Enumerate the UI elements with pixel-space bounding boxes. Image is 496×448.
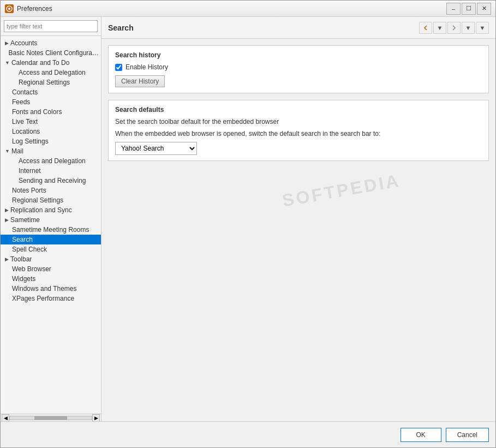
sidebar-item-label-feeds: Feeds xyxy=(12,98,30,106)
sidebar-item-label-windows-themes: Windows and Themes xyxy=(12,285,77,292)
scroll-left-arrow[interactable]: ◀ xyxy=(2,414,9,422)
sidebar-tree: ▶AccountsBasic Notes Client Configura…▼C… xyxy=(1,36,101,414)
sidebar-item-label-regional-settings: Regional Settings xyxy=(12,196,63,204)
search-desc-text: Set the search toolbar default for the e… xyxy=(115,118,482,126)
sidebar-item-search[interactable]: Search xyxy=(1,235,101,244)
title-bar-left: Preferences xyxy=(5,4,52,13)
sidebar-item-mail[interactable]: ▼Mail xyxy=(1,146,101,156)
maximize-button[interactable]: ☐ xyxy=(462,3,476,15)
sidebar-item-label-accounts: Accounts xyxy=(10,39,37,47)
main-content: ▶AccountsBasic Notes Client Configura…▼C… xyxy=(1,17,495,421)
expand-arrow-toolbar: ▶ xyxy=(5,256,9,262)
panel-header: Search ▼ ▼ ▼ xyxy=(101,17,495,39)
scroll-track xyxy=(9,416,92,420)
sidebar-item-label-spell-check: Spell Check xyxy=(12,246,47,253)
sidebar-item-feeds[interactable]: Feeds xyxy=(1,97,101,107)
sidebar: ▶AccountsBasic Notes Client Configura…▼C… xyxy=(1,17,101,421)
sidebar-item-windows-themes[interactable]: Windows and Themes xyxy=(1,284,101,294)
window-controls: – ☐ ✕ xyxy=(446,3,491,15)
sidebar-item-label-mail: Mail xyxy=(11,147,23,155)
sidebar-filter-area xyxy=(1,17,101,36)
sidebar-item-fonts-colors[interactable]: Fonts and Colors xyxy=(1,107,101,117)
sidebar-item-web-browser[interactable]: Web Browser xyxy=(1,264,101,274)
close-button[interactable]: ✕ xyxy=(477,3,491,15)
sidebar-item-regional-settings[interactable]: Regional Settings xyxy=(1,195,101,205)
sidebar-item-label-sametime-meeting: Sametime Meeting Rooms xyxy=(12,226,89,234)
sidebar-item-label-sametime: Sametime xyxy=(10,216,40,224)
app-icon xyxy=(5,4,14,13)
panel-body: SOFTPEDIA Search history Enable History … xyxy=(101,39,495,421)
sidebar-item-label-internet: Internet xyxy=(19,167,41,175)
panel-toolbar: ▼ ▼ ▼ xyxy=(419,22,489,34)
sidebar-item-accounts[interactable]: ▶Accounts xyxy=(1,38,101,48)
window-title: Preferences xyxy=(17,5,52,13)
sidebar-item-contacts[interactable]: Contacts xyxy=(1,87,101,97)
sidebar-item-label-calendar: Calendar and To Do xyxy=(11,59,70,67)
search-when-text: When the embedded web browser is opened,… xyxy=(115,130,482,138)
sidebar-item-label-xpages: XPages Performance xyxy=(12,295,74,302)
sidebar-item-log-settings[interactable]: Log Settings xyxy=(1,136,101,146)
sidebar-item-xpages[interactable]: XPages Performance xyxy=(1,294,101,303)
sidebar-item-replication-sync[interactable]: ▶Replication and Sync xyxy=(1,205,101,215)
sidebar-item-label-mail-access: Access and Delegation xyxy=(19,157,86,165)
search-engine-dropdown[interactable]: Yahoo! SearchGoogleBingAskDuckDuckGo xyxy=(115,142,197,155)
right-panel: Search ▼ ▼ ▼ SOFTPEDIA xyxy=(101,17,495,421)
sidebar-item-label-widgets: Widgets xyxy=(12,275,35,283)
watermark: SOFTPEDIA xyxy=(280,170,402,211)
minimize-button[interactable]: – xyxy=(446,3,461,15)
sidebar-item-basic-notes[interactable]: Basic Notes Client Configura… xyxy=(1,48,101,58)
sidebar-item-label-fonts-colors: Fonts and Colors xyxy=(12,108,62,116)
svg-point-1 xyxy=(8,8,10,10)
dropdown-button-1[interactable]: ▼ xyxy=(433,22,446,34)
bottom-bar: OK Cancel xyxy=(1,421,495,447)
sidebar-item-calendar[interactable]: ▼Calendar and To Do xyxy=(1,58,101,68)
sidebar-item-live-text[interactable]: Live Text xyxy=(1,117,101,127)
sidebar-item-toolbar[interactable]: ▶Toolbar xyxy=(1,254,101,264)
sidebar-item-locations[interactable]: Locations xyxy=(1,127,101,136)
sidebar-item-label-notes-ports: Notes Ports xyxy=(12,187,46,194)
sidebar-item-label-search: Search xyxy=(12,236,33,243)
enable-history-label: Enable History xyxy=(126,63,168,71)
sidebar-item-notes-ports[interactable]: Notes Ports xyxy=(1,186,101,195)
preferences-window: Preferences – ☐ ✕ ▶AccountsBasic Notes C… xyxy=(0,0,496,448)
enable-history-checkbox[interactable] xyxy=(115,64,122,71)
sidebar-item-internet[interactable]: Internet xyxy=(1,166,101,176)
sidebar-item-label-basic-notes: Basic Notes Client Configura… xyxy=(9,49,99,57)
sidebar-scrollbar[interactable]: ◀ ▶ xyxy=(1,414,101,421)
sidebar-item-spell-check[interactable]: Spell Check xyxy=(1,244,101,254)
search-engine-dropdown-container: Yahoo! SearchGoogleBingAskDuckDuckGo xyxy=(115,142,482,155)
dropdown-button-3[interactable]: ▼ xyxy=(476,22,489,34)
search-defaults-title: Search defaults xyxy=(115,106,482,114)
sidebar-item-label-sending-receiving: Sending and Receiving xyxy=(19,177,86,184)
expand-arrow-accounts: ▶ xyxy=(5,40,9,46)
expand-arrow-replication-sync: ▶ xyxy=(5,207,9,213)
enable-history-row: Enable History xyxy=(115,63,482,71)
sidebar-item-sending-receiving[interactable]: Sending and Receiving xyxy=(1,176,101,186)
dropdown-button-2[interactable]: ▼ xyxy=(462,22,475,34)
expand-arrow-calendar: ▼ xyxy=(5,60,10,65)
sidebar-item-sametime[interactable]: ▶Sametime xyxy=(1,215,101,225)
sidebar-item-widgets[interactable]: Widgets xyxy=(1,274,101,284)
ok-button[interactable]: OK xyxy=(401,428,441,442)
sidebar-item-regional-settings-cal[interactable]: Regional Settings xyxy=(1,77,101,87)
filter-input[interactable] xyxy=(4,20,98,32)
panel-title: Search xyxy=(108,23,134,32)
title-bar: Preferences – ☐ ✕ xyxy=(1,1,495,17)
cancel-button[interactable]: Cancel xyxy=(446,428,489,442)
sidebar-item-label-regional-settings-cal: Regional Settings xyxy=(19,79,70,86)
sidebar-item-mail-access[interactable]: Access and Delegation xyxy=(1,156,101,166)
back-button[interactable] xyxy=(419,22,432,34)
sidebar-item-label-access-delegation: Access and Delegation xyxy=(19,69,86,76)
scroll-right-arrow[interactable]: ▶ xyxy=(92,414,100,422)
expand-arrow-mail: ▼ xyxy=(5,148,10,154)
scroll-thumb xyxy=(34,416,67,420)
forward-button[interactable] xyxy=(447,22,461,34)
sidebar-item-label-log-settings: Log Settings xyxy=(12,138,49,145)
search-history-title: Search history xyxy=(115,51,482,59)
expand-arrow-sametime: ▶ xyxy=(5,217,9,223)
sidebar-item-access-delegation[interactable]: Access and Delegation xyxy=(1,68,101,77)
clear-history-button[interactable]: Clear History xyxy=(115,75,165,87)
sidebar-item-label-locations: Locations xyxy=(12,128,40,135)
sidebar-item-sametime-meeting[interactable]: Sametime Meeting Rooms xyxy=(1,225,101,235)
sidebar-item-label-web-browser: Web Browser xyxy=(12,265,51,273)
